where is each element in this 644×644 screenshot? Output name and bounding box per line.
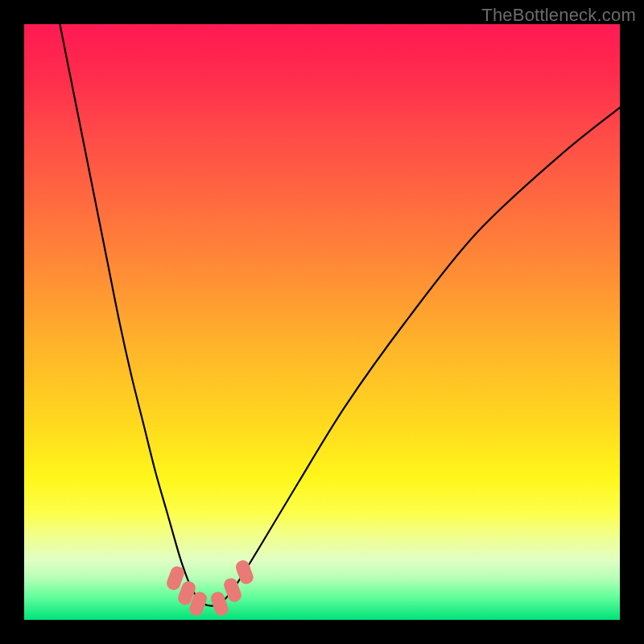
plot-area — [24, 24, 620, 620]
curve-markers — [165, 559, 255, 617]
chart-frame: TheBottleneck.com — [0, 0, 644, 644]
watermark-text: TheBottleneck.com — [481, 5, 636, 26]
bottleneck-curve — [60, 24, 620, 606]
curve-svg — [24, 24, 620, 620]
